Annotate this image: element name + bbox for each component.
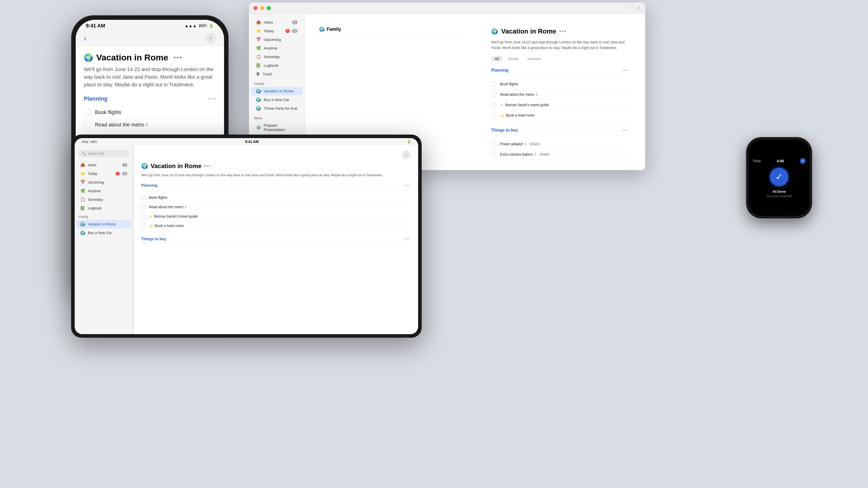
sidebar-item-logbook[interactable]: 📗 Logbook xyxy=(251,61,303,70)
ipad-buy-car-label: Buy a New Car xyxy=(88,231,127,235)
mac-task-borrow-guide[interactable]: ★ Borrow Sarah's travel guide xyxy=(491,100,629,110)
mac-section-buy-more[interactable]: ••• xyxy=(622,128,629,133)
mac-minimize-button[interactable] xyxy=(260,6,264,10)
ipad-screen: iPad WiFi 9:41 AM 🔋 🔍 Quick Find 📥 xyxy=(75,138,418,334)
ipad-section-planning-title: Planning xyxy=(141,183,157,187)
ipad-sidebar-logbook[interactable]: 📗 Logbook xyxy=(76,204,131,212)
ipad-detail-more-button[interactable]: ••• xyxy=(204,164,211,169)
ipad-sidebar-inbox[interactable]: 📥 Inbox 2 xyxy=(76,161,131,169)
phone-task-checkbox[interactable] xyxy=(84,121,91,128)
ipad-detail-header: 🌍 Vacation in Rome ••• xyxy=(141,162,410,170)
ipad-section-buy-header: Things to buy ••• xyxy=(141,237,410,243)
mac-task-book-flights[interactable]: Book flights xyxy=(491,79,629,89)
watch-label: Today xyxy=(753,159,761,163)
mac-section-buy-header: Things to buy ••• xyxy=(491,128,629,135)
sidebar-item-throw-party[interactable]: 🌍 Throw Party for Eve xyxy=(251,104,303,112)
throw-party-icon: 🌍 xyxy=(256,106,261,111)
ipad-anytime-label: Anytime xyxy=(88,189,127,193)
ipad-buy-car-icon: 🌍 xyxy=(80,230,85,235)
phone-wifi-icon: WiFi xyxy=(199,24,207,28)
sidebar-item-buy-car[interactable]: 🌍 Buy a New Car xyxy=(251,95,303,104)
ipad-task-book-hotel[interactable]: 🌙 Book a hotel room xyxy=(141,221,410,231)
mac-section-planning-more[interactable]: ••• xyxy=(622,68,629,73)
moon-icon: 🌙 xyxy=(149,224,153,227)
mac-task-checkbox[interactable] xyxy=(491,102,496,107)
mac-task-label: Book flights xyxy=(500,82,518,86)
mac-detail-more-button[interactable]: ••• xyxy=(559,28,567,34)
phone-task-checkbox[interactable] xyxy=(84,109,91,116)
filter-important-button[interactable]: Important xyxy=(524,56,545,62)
phone-check-icon: ✓ xyxy=(209,35,213,41)
mac-right-detail: 🌍 Vacation in Rome ••• We'll go from Jun… xyxy=(475,14,645,170)
ipad-section-planning-more[interactable]: ••• xyxy=(404,183,410,188)
phone-section-planning-more[interactable]: ••• xyxy=(208,95,216,102)
plus-icon: + xyxy=(801,159,804,163)
sidebar-label-buy-car: Buy a New Car xyxy=(264,97,298,102)
mac-task-read-metro[interactable]: Read about the metro ℹ xyxy=(491,89,629,100)
phone-back-button[interactable]: ‹ xyxy=(84,34,87,43)
sidebar-item-today[interactable]: ⭐ Today 1 8 xyxy=(251,27,303,35)
mac-task-checkbox[interactable] xyxy=(491,152,496,157)
phone-task-book-flights[interactable]: Book flights xyxy=(84,106,216,119)
ipad-sidebar-someday[interactable]: 📋 Someday xyxy=(76,195,131,204)
ipad-checkbox[interactable] xyxy=(141,214,146,219)
sidebar-item-trash[interactable]: 🗑 Trash xyxy=(251,70,303,78)
ipad-checkbox[interactable] xyxy=(141,205,146,209)
mac-filter-row: All Errand Important xyxy=(491,56,629,62)
filter-errand-button[interactable]: Errand xyxy=(505,56,522,62)
ipad-detail-nav: ✓ xyxy=(141,150,410,159)
mac-titlebar: ⤢ xyxy=(249,3,645,14)
ipad-section-planning: Planning ••• Book flights Read about the… xyxy=(141,183,410,231)
mac-task-checkbox[interactable] xyxy=(491,113,496,118)
mac-section-planning-header: Planning ••• xyxy=(491,68,629,75)
filter-all-button[interactable]: All xyxy=(491,56,503,62)
ipad-sidebar-buy-car[interactable]: 🌍 Buy a New Car xyxy=(76,229,131,237)
mac-section-planning-title: Planning xyxy=(491,68,508,73)
family-globe-icon: 🌍 xyxy=(319,26,324,32)
anytime-icon: 🌿 xyxy=(256,46,261,51)
ipad-task-label: ★ Borrow Sarah's travel guide xyxy=(149,214,198,218)
ipad-task-borrow-guide[interactable]: ★ Borrow Sarah's travel guide xyxy=(141,212,410,221)
phone-signal-icon: ▲▲▲ xyxy=(185,24,197,28)
mac-task-book-hotel[interactable]: 🌙 Book a hotel room xyxy=(491,110,629,121)
ipad-today-label: Today xyxy=(88,172,113,176)
ipad-task-read-metro[interactable]: Read about the metro ℹ xyxy=(141,202,410,212)
ipad-sidebar-vacation-rome[interactable]: 🌍 Vacation in Rome xyxy=(76,220,131,228)
ipad-checkbox[interactable] xyxy=(141,195,146,200)
sidebar-label-logbook: Logbook xyxy=(264,63,298,68)
mac-task-checkbox[interactable] xyxy=(491,141,496,147)
mac-task-checkbox[interactable] xyxy=(491,92,496,97)
mac-close-button[interactable] xyxy=(253,6,257,10)
mac-detail-title: Vacation in Rome xyxy=(501,27,556,35)
sidebar-item-upcoming[interactable]: 📅 Upcoming xyxy=(251,35,303,44)
sidebar-item-vacation-rome[interactable]: 🌍 Vacation in Rome xyxy=(251,87,303,95)
mac-task-power-adapter[interactable]: Power adapter ℹ Errand xyxy=(491,139,629,149)
sidebar-item-someday[interactable]: 📋 Someday xyxy=(251,53,303,61)
ipad-sidebar-anytime[interactable]: 🌿 Anytime xyxy=(76,187,131,195)
mac-task-checkbox[interactable] xyxy=(491,82,496,87)
ipad-task-book-flights[interactable]: Book flights xyxy=(141,193,410,202)
ipad-sidebar-today[interactable]: ⭐ Today 1 8 xyxy=(76,169,131,178)
watch-top-row: Today 4:06 + xyxy=(753,158,806,164)
phone-task-read-metro[interactable]: Read about the metro ℹ xyxy=(84,119,216,131)
watch-checkmark-icon: ✓ xyxy=(775,172,783,182)
ipad-checkbox[interactable] xyxy=(141,223,146,228)
mac-expand-icon[interactable]: ⤢ xyxy=(637,5,641,11)
phone-section-planning-header: Planning ••• xyxy=(84,95,216,102)
mac-task-camera-battery[interactable]: Extra camera battery ℹ Errand xyxy=(491,149,629,160)
ipad-vacation-rome-icon: 🌍 xyxy=(80,222,85,226)
phone-list-more-button[interactable]: ••• xyxy=(173,54,182,61)
ipad-today-badge: 8 xyxy=(122,172,127,175)
phone-check-button[interactable]: ✓ xyxy=(205,33,216,43)
mac-section-planning: Planning ••• Book flights Read about the… xyxy=(491,68,629,121)
ipad-sidebar-upcoming[interactable]: 📅 Upcoming xyxy=(76,178,131,186)
mac-fullscreen-button[interactable] xyxy=(267,6,271,10)
ipad-check-button[interactable]: ✓ xyxy=(402,150,410,159)
sidebar-item-prepare-presentation[interactable]: ⚙️ Prepare Presentation xyxy=(251,121,303,134)
watch-add-button[interactable]: + xyxy=(800,158,806,164)
sidebar-item-anytime[interactable]: 🌿 Anytime xyxy=(251,44,303,52)
ipad-search-box[interactable]: 🔍 Quick Find xyxy=(78,150,129,157)
info-icon: ℹ xyxy=(525,142,526,146)
ipad-section-buy-more[interactable]: ••• xyxy=(404,237,410,241)
sidebar-item-inbox[interactable]: 📥 Inbox 2 xyxy=(251,18,303,26)
